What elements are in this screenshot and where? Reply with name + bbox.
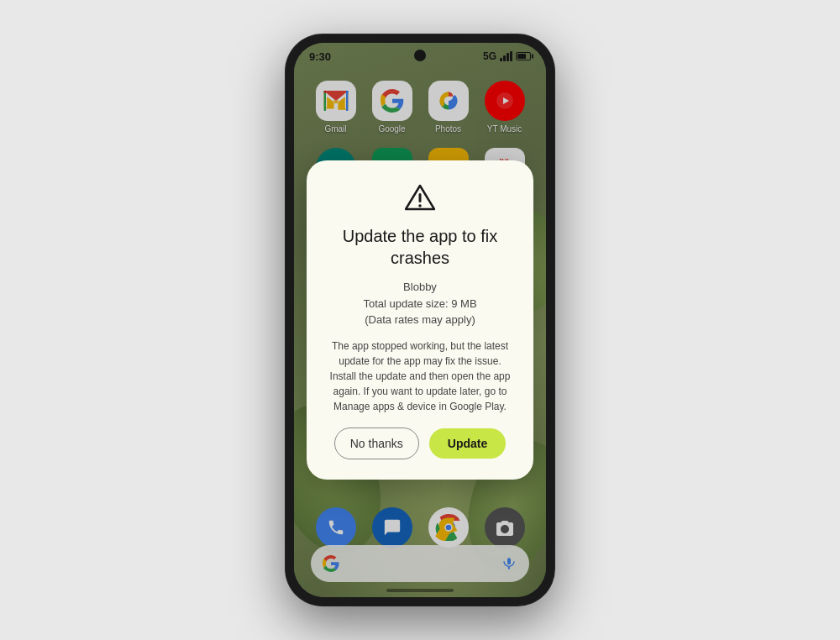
- svg-point-21: [418, 204, 422, 207]
- phone-frame: 9:30 5G: [286, 34, 554, 606]
- dialog-app-name: Blobby: [403, 281, 437, 293]
- dialog-buttons: No thanks Update: [334, 428, 507, 459]
- dialog-body: The app stopped working, but the latest …: [327, 338, 513, 414]
- dialog-data-rates: (Data rates may apply): [365, 313, 475, 326]
- dialog-update-size: Total update size: 9 MB: [363, 297, 476, 310]
- warning-icon: [405, 184, 435, 215]
- dialog-overlay: Update the app to fix crashes Blobby Tot…: [294, 43, 546, 597]
- update-button[interactable]: Update: [429, 428, 506, 459]
- phone-screen: 9:30 5G: [294, 43, 546, 597]
- update-dialog: Update the app to fix crashes Blobby Tot…: [307, 160, 533, 480]
- svg-rect-20: [419, 193, 422, 202]
- dialog-meta: Blobby Total update size: 9 MB (Data rat…: [363, 279, 476, 328]
- no-thanks-button[interactable]: No thanks: [334, 428, 419, 459]
- dialog-title: Update the app to fix crashes: [327, 225, 513, 269]
